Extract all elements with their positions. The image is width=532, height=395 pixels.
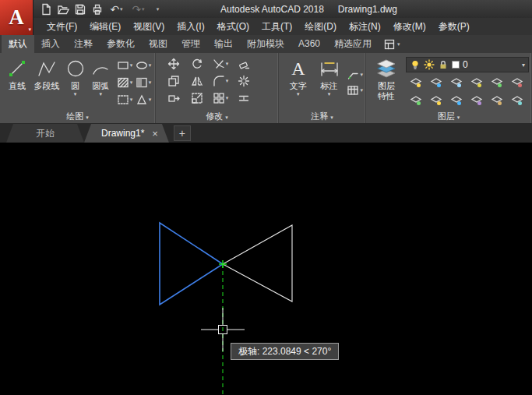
erase-tool-button[interactable] bbox=[232, 55, 255, 72]
new-file-button[interactable] bbox=[37, 1, 54, 17]
undo-button[interactable]: ↶▾ bbox=[106, 1, 127, 17]
draw-panel-label[interactable]: 绘图▾ bbox=[0, 110, 155, 123]
mirror-tool-button[interactable] bbox=[185, 72, 209, 90]
stretch-tool-button[interactable] bbox=[162, 90, 185, 107]
menu-tools[interactable]: 工具(T) bbox=[255, 18, 298, 35]
save-icon bbox=[74, 3, 86, 16]
rectangle-tool-button[interactable]: ▾ bbox=[115, 57, 134, 74]
redo-button[interactable]: ↷▾ bbox=[128, 1, 149, 17]
draw-panel-content: 直线 多段线 圆 ▾ 圆弧 ▾ ▾ ▾ bbox=[0, 53, 155, 110]
rotate-tool-button[interactable] bbox=[185, 55, 209, 72]
chevron-down-icon: ▾ bbox=[226, 61, 229, 67]
ribbon-tab-addins[interactable]: 附加模块 bbox=[240, 35, 291, 53]
offset-tool-button[interactable] bbox=[232, 90, 255, 107]
save-button[interactable] bbox=[72, 1, 88, 17]
layer-match-tool-button[interactable] bbox=[507, 75, 527, 90]
layer-off-tool-button[interactable] bbox=[406, 75, 426, 90]
move-tool-button[interactable] bbox=[162, 55, 185, 72]
menu-edit[interactable]: 编辑(E) bbox=[83, 18, 127, 35]
dimension-tool-button[interactable]: 标注 ▾ bbox=[314, 55, 345, 110]
menu-view[interactable]: 视图(V) bbox=[127, 18, 171, 35]
explode-tool-button[interactable] bbox=[232, 72, 255, 90]
drawing1-tab[interactable]: Drawing1* × bbox=[84, 124, 169, 143]
polyline-tool-button[interactable]: 多段线 bbox=[31, 55, 63, 110]
chevron-down-icon: ▾ bbox=[226, 95, 229, 101]
menu-modify[interactable]: 修改(M) bbox=[387, 18, 432, 35]
menu-dimension[interactable]: 标注(N) bbox=[343, 18, 387, 35]
start-tab[interactable]: 开始 bbox=[6, 124, 84, 143]
right-triangle[interactable] bbox=[223, 225, 292, 302]
layer-merge-tool-button[interactable] bbox=[507, 93, 527, 108]
menu-insert[interactable]: 插入(I) bbox=[171, 18, 210, 35]
leader-tool-button[interactable]: ▾ bbox=[347, 69, 363, 81]
new-file-icon bbox=[40, 3, 52, 16]
annotate-panel-content: A 文字 ▾ 标注 ▾ ▾ ▾ bbox=[279, 53, 365, 110]
menu-parametric[interactable]: 参数(P) bbox=[432, 18, 476, 35]
trim-tool-button[interactable]: ▾ bbox=[209, 55, 232, 72]
layers-panel: 图层特性 0 ▾ bbox=[366, 53, 532, 123]
array-tool-button[interactable]: ▾ bbox=[209, 90, 232, 107]
app-menu-button[interactable]: A ▾ bbox=[0, 0, 33, 35]
text-icon: A bbox=[287, 55, 309, 81]
ribbon-tab-view[interactable]: 视图 bbox=[142, 35, 174, 53]
layer-thaw-tool-button[interactable] bbox=[426, 93, 446, 108]
layers-panel-label[interactable]: 图层▾ bbox=[366, 110, 531, 123]
draw-panel-extra-tools: ▾ ▾ ▾ ▾ ▾ ▾ bbox=[115, 55, 153, 110]
layer-unisolate-tool-button[interactable] bbox=[406, 93, 426, 108]
arc-tool-button[interactable]: 圆弧 ▾ bbox=[87, 55, 114, 110]
ribbon-tab-manage[interactable]: 管理 bbox=[174, 35, 207, 53]
ribbon-tab-featured-apps[interactable]: 精选应用 bbox=[327, 35, 379, 53]
text-tool-button[interactable]: A 文字 ▾ bbox=[283, 55, 314, 110]
fillet-tool-button[interactable]: ▾ bbox=[209, 72, 232, 90]
ribbon-tab-output[interactable]: 输出 bbox=[207, 35, 240, 53]
redo-icon: ↷ bbox=[132, 4, 141, 15]
ribbon-tab-parametric[interactable]: 参数化 bbox=[100, 35, 142, 53]
title-bar: A ▾ ↶▾ ↷▾ ▾ Autodesk AutoCAD 2018Drawing… bbox=[0, 0, 532, 18]
line-tool-button[interactable]: 直线 bbox=[4, 55, 31, 110]
hatch-tool-button[interactable]: ▾ bbox=[115, 74, 134, 91]
region-tool-button[interactable]: ▾ bbox=[134, 91, 153, 108]
close-tab-icon[interactable]: × bbox=[152, 129, 158, 139]
layer-freeze-tool-button[interactable] bbox=[446, 75, 467, 90]
ribbon-tab-insert[interactable]: 插入 bbox=[34, 35, 67, 53]
open-file-button[interactable] bbox=[55, 1, 71, 17]
drawing-canvas[interactable]: 极轴: 223.0849 < 270° bbox=[0, 143, 532, 395]
layer-make-current-tool-button[interactable] bbox=[487, 75, 507, 90]
chevron-down-icon: ▾ bbox=[360, 72, 363, 78]
quick-access-toolbar: ↶▾ ↷▾ ▾ bbox=[37, 1, 166, 17]
plus-icon: + bbox=[179, 127, 185, 139]
layer-isolate-tool-button[interactable] bbox=[426, 75, 446, 90]
layer-previous-tool-button[interactable] bbox=[467, 93, 487, 108]
layer-lock-tool-button[interactable] bbox=[467, 75, 487, 90]
layer-walk-tool-button[interactable] bbox=[487, 93, 507, 108]
modify-panel-content: ▾ ▾ ▾ bbox=[156, 53, 278, 110]
layer-dropdown[interactable]: 0 ▾ bbox=[406, 57, 529, 72]
qat-customize-button[interactable]: ▾ bbox=[150, 1, 166, 17]
plot-button[interactable] bbox=[89, 1, 105, 17]
gradient-tool-button[interactable]: ▾ bbox=[134, 74, 153, 91]
annotate-panel-label[interactable]: 注释▾ bbox=[279, 110, 365, 123]
new-drawing-tab-button[interactable]: + bbox=[174, 125, 191, 141]
chevron-down-icon: ▾ bbox=[157, 6, 160, 12]
ribbon-display-toggle[interactable]: ▾ bbox=[379, 35, 406, 53]
ribbon-tab-annotate[interactable]: 注释 bbox=[67, 35, 100, 53]
layer-properties-button[interactable]: 图层特性 bbox=[370, 55, 403, 110]
snap-point-marker bbox=[219, 260, 227, 268]
menu-format[interactable]: 格式(O) bbox=[211, 18, 255, 35]
circle-tool-button[interactable]: 圆 ▾ bbox=[63, 55, 88, 110]
table-tool-button[interactable]: ▾ bbox=[347, 84, 363, 97]
ribbon-tab-a360[interactable]: A360 bbox=[291, 35, 327, 53]
menu-draw[interactable]: 绘图(D) bbox=[298, 18, 343, 35]
layer-unlock-tool-button[interactable] bbox=[446, 93, 467, 108]
ribbon-tab-home[interactable]: 默认 bbox=[2, 35, 34, 53]
chevron-down-icon: ▾ bbox=[330, 115, 333, 120]
line-icon bbox=[6, 55, 28, 81]
menu-file[interactable]: 文件(F) bbox=[41, 18, 83, 35]
copy-tool-button[interactable] bbox=[162, 72, 185, 90]
scale-tool-button[interactable] bbox=[185, 90, 209, 107]
chevron-down-icon: ▾ bbox=[130, 79, 133, 86]
boundary-tool-button[interactable]: ▾ bbox=[115, 91, 134, 108]
selected-left-triangle[interactable] bbox=[160, 223, 223, 305]
modify-panel-label[interactable]: 修改▾ bbox=[156, 110, 278, 123]
ellipse-tool-button[interactable]: ▾ bbox=[134, 57, 153, 74]
